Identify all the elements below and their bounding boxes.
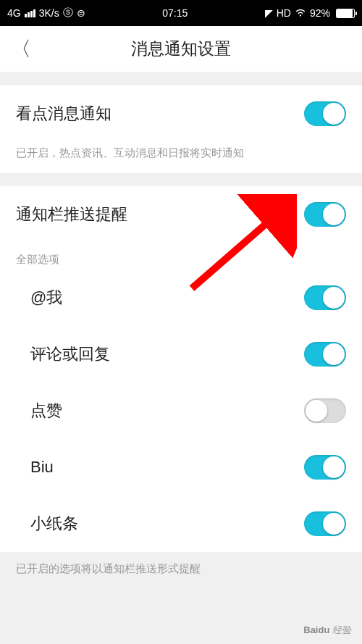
data-speed: 3K/s — [39, 7, 59, 19]
main-notification-row: 看点消息通知 — [0, 85, 362, 142]
push-notification-row: 通知栏推送提醒 — [0, 186, 362, 243]
status-time: 07:15 — [162, 7, 188, 19]
option-row-at-me: @我 — [0, 269, 362, 326]
battery-percent: 92% — [310, 7, 330, 19]
option-toggle-at-me[interactable] — [304, 285, 346, 310]
bottom-hint: 已开启的选项将以通知栏推送形式提醒 — [0, 552, 362, 586]
option-toggle-note[interactable] — [304, 511, 346, 536]
option-toggle-like[interactable] — [304, 398, 346, 423]
network-type: 4G — [7, 7, 21, 19]
signal-icon — [25, 9, 35, 17]
option-label: 小纸条 — [30, 513, 78, 535]
option-row-like: 点赞 — [0, 382, 362, 439]
option-row-comment: 评论或回复 — [0, 326, 362, 382]
mute-icon: ◤ — [265, 7, 273, 19]
option-row-biu: Biu — [0, 439, 362, 495]
sim-icon: ⓢ — [63, 7, 73, 20]
option-toggle-comment[interactable] — [304, 342, 346, 367]
header: 〈 消息通知设置 — [0, 26, 362, 72]
status-bar: 4G 3K/s ⓢ ⊜ 07:15 ◤ HD 92% — [0, 0, 362, 26]
options-section-label: 全部选项 — [0, 243, 362, 269]
option-toggle-biu[interactable] — [304, 455, 346, 480]
battery-icon — [336, 9, 355, 18]
page-title: 消息通知设置 — [0, 38, 362, 60]
status-right: ◤ HD 92% — [265, 7, 355, 19]
option-row-note: 小纸条 — [0, 495, 362, 552]
hd-indicator: HD — [277, 7, 291, 19]
option-label: @我 — [30, 287, 62, 309]
main-notification-toggle[interactable] — [304, 101, 346, 126]
data-icon: ⊜ — [77, 7, 85, 19]
wifi-icon — [295, 9, 306, 17]
push-notification-toggle[interactable] — [304, 202, 346, 227]
main-notification-hint: 已开启，热点资讯、互动消息和日报将实时通知 — [0, 142, 362, 173]
option-label: 点赞 — [30, 400, 62, 422]
option-label: 评论或回复 — [30, 343, 110, 365]
back-button[interactable]: 〈 — [11, 39, 31, 59]
status-left: 4G 3K/s ⓢ ⊜ — [7, 7, 85, 20]
watermark: Baidu 经验 — [303, 624, 351, 637]
option-label: Biu — [30, 458, 54, 477]
push-notification-label: 通知栏推送提醒 — [16, 204, 127, 225]
main-notification-label: 看点消息通知 — [16, 103, 111, 125]
